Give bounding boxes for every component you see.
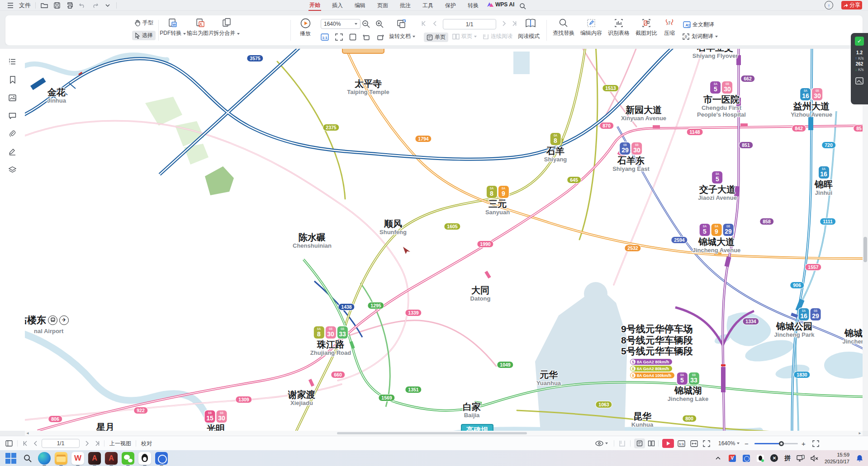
status-zoom-value[interactable]: 1640% <box>718 436 740 451</box>
translate-word-button[interactable]: 文 划词翻译 <box>682 33 718 40</box>
scroll-right-arrow[interactable]: ► <box>857 431 863 435</box>
fit-page-button[interactable] <box>703 436 710 451</box>
table-ocr-button[interactable]: 识别表格 <box>606 18 632 37</box>
zoom-select[interactable]: 1640% <box>321 19 360 29</box>
find-replace-button[interactable]: 查找替换 <box>550 18 577 37</box>
vertical-scrollbar[interactable] <box>863 49 868 431</box>
page-organize-icon[interactable] <box>396 19 407 29</box>
fullscreen-button[interactable] <box>812 436 819 451</box>
tab-插入[interactable]: 插入 <box>331 0 344 11</box>
zoom-out-icon[interactable] <box>362 20 370 28</box>
print-icon[interactable] <box>66 1 74 9</box>
pdf-page-metro-map[interactable]: 9号线元华停车场8号线元华车辆段5号线元华车辆段 58A GoA2 80km/h… <box>25 49 863 431</box>
fit-page-icon[interactable] <box>335 33 343 41</box>
tab-页面[interactable]: 页面 <box>376 0 389 11</box>
wps-ai-menu[interactable]: WPS AI <box>487 1 514 8</box>
actual-size-button[interactable]: 1:1 <box>678 436 685 451</box>
prev-view-button[interactable]: 上一视图 <box>109 436 131 451</box>
wps-tray-icon[interactable]: V <box>728 454 736 462</box>
translate-full-button[interactable]: A文 全文翻译 <box>683 21 714 28</box>
taskbar-app-start[interactable] <box>5 452 17 465</box>
tray-expand-icon[interactable] <box>714 454 722 462</box>
rotate-right-icon[interactable] <box>376 33 384 41</box>
fit-width-icon[interactable] <box>349 33 356 41</box>
share-button[interactable]: 分享 <box>841 1 862 9</box>
upload-icon[interactable]: ↑ <box>825 1 833 9</box>
ime-pinyin-indicator[interactable]: 拼 <box>784 454 791 462</box>
zoom-out-button[interactable]: − <box>745 436 749 451</box>
tab-保护[interactable]: 保护 <box>444 0 457 11</box>
network-icon[interactable] <box>797 454 805 462</box>
net-speed-widget[interactable]: ✓ 1.2 ↑ K/s 262 ↓ K/s <box>851 33 868 104</box>
tab-开始[interactable]: 开始 <box>308 0 321 11</box>
taskbar-app-search[interactable] <box>21 452 34 465</box>
open-folder-icon[interactable] <box>40 1 48 9</box>
redo-icon[interactable] <box>91 1 99 9</box>
read-mode-button[interactable]: 阅读模式 <box>518 33 540 40</box>
close-x-tray-icon[interactable]: ✕ <box>770 454 778 462</box>
taskbar-app-wps[interactable]: W <box>71 452 84 465</box>
zoom-slider[interactable] <box>754 443 798 444</box>
taskbar-app-acad2[interactable]: A <box>105 452 118 465</box>
export-image-button[interactable]: 输出为图片 <box>185 18 215 37</box>
read-mode-icon[interactable] <box>525 18 536 29</box>
comment-panel-icon[interactable] <box>0 107 25 125</box>
rotate-left-icon[interactable] <box>362 33 370 41</box>
single-page-view-button[interactable] <box>634 438 645 448</box>
bookmark-icon[interactable] <box>0 71 25 89</box>
snap-compare-button[interactable]: 截图对比 <box>633 18 659 37</box>
taskbar-app-uc[interactable] <box>155 452 168 465</box>
taskbar-app-edge[interactable] <box>38 452 51 465</box>
select-tool-button[interactable]: 选择 <box>132 31 156 40</box>
file-menu[interactable]: 文件 <box>19 1 31 9</box>
view-options-button[interactable] <box>595 436 608 451</box>
tab-编辑[interactable]: 编辑 <box>354 0 366 11</box>
edit-content-button[interactable]: 编辑内容 <box>578 18 604 37</box>
proofread-button[interactable]: 校对 <box>141 436 152 451</box>
taskbar-app-wechat[interactable] <box>122 452 134 465</box>
chevron-down-icon[interactable] <box>104 1 112 9</box>
notification-bell-icon[interactable] <box>855 454 863 462</box>
zoom-in-button[interactable]: + <box>802 436 806 451</box>
taskbar-app-explorer[interactable] <box>55 452 67 465</box>
fit-width-button[interactable] <box>690 436 698 451</box>
search-icon[interactable] <box>518 2 526 10</box>
screenshot-widget-icon[interactable] <box>855 77 863 85</box>
rotate-doc-button[interactable]: 旋转文档 <box>389 33 415 40</box>
uc-tray-icon[interactable] <box>742 454 750 462</box>
pdf-convert-button[interactable]: W PDF转换 <box>159 18 186 37</box>
attachment-icon[interactable] <box>0 125 25 143</box>
compress-button[interactable]: 压缩 <box>659 18 679 37</box>
layers-icon[interactable] <box>0 161 25 179</box>
panel-toggle-icon[interactable] <box>5 436 13 451</box>
play-slideshow-button[interactable] <box>662 439 674 448</box>
tab-工具[interactable]: 工具 <box>422 0 434 11</box>
image-panel-icon[interactable] <box>0 89 25 107</box>
volume-muted-icon[interactable] <box>811 454 819 462</box>
save-icon[interactable] <box>53 1 61 9</box>
qq-tray-icon[interactable] <box>756 454 764 462</box>
status-page-input[interactable]: 1/1 <box>42 439 80 448</box>
hamburger-menu-icon[interactable] <box>6 1 14 9</box>
tab-批注[interactable]: 批注 <box>399 0 412 11</box>
horizontal-scrollbar[interactable]: ◄ ► <box>25 431 863 436</box>
play-button[interactable]: 播放 <box>294 18 317 38</box>
taskbar-app-acad[interactable]: A <box>88 452 101 465</box>
split-merge-button[interactable]: 拆分合并 <box>213 18 241 37</box>
zoom-in-icon[interactable] <box>375 20 384 28</box>
scroll-left-arrow[interactable]: ◄ <box>25 431 30 435</box>
tab-转换[interactable]: 转换 <box>467 0 479 11</box>
undo-icon[interactable] <box>78 1 86 9</box>
horizontal-scrollbar-thumb[interactable] <box>337 432 527 434</box>
vertical-scrollbar-thumb[interactable] <box>863 237 867 262</box>
hand-tool-button[interactable]: 手型 <box>134 19 153 27</box>
taskbar-app-qq[interactable] <box>138 452 151 465</box>
double-page-view-button[interactable] <box>648 436 655 451</box>
signature-icon[interactable] <box>0 143 25 161</box>
page-number-input[interactable]: 1/1 <box>443 19 496 29</box>
single-page-button[interactable]: 单页 <box>424 33 448 42</box>
outline-icon[interactable] <box>0 52 25 71</box>
zoom-slider-knob[interactable] <box>779 441 784 446</box>
clock[interactable]: 15:59 2025/10/17 <box>825 452 849 465</box>
actual-size-icon[interactable]: 1:1 <box>321 33 329 41</box>
